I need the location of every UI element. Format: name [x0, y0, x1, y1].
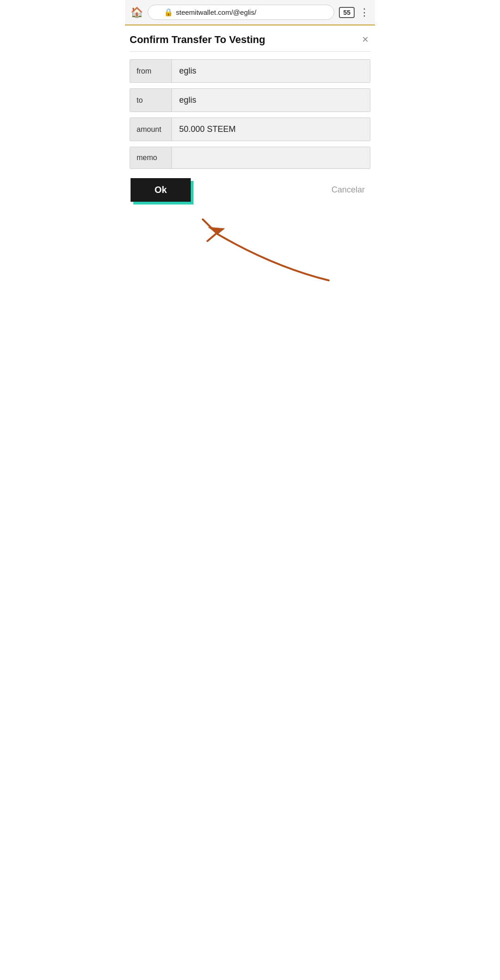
dialog-header: Confirm Transfer To Vesting ×: [130, 34, 370, 46]
browser-chrome: 🏠 🔒 steemitwallet.com/@eglis/ 55 ⋮: [125, 0, 375, 25]
bottom-space: [125, 299, 375, 530]
home-icon[interactable]: 🏠: [131, 6, 143, 19]
amount-label: amount: [130, 118, 172, 141]
page-content: Confirm Transfer To Vesting × from eglis…: [125, 25, 375, 299]
ok-button[interactable]: Ok: [131, 178, 191, 202]
dialog-title: Confirm Transfer To Vesting: [130, 34, 265, 46]
from-value: eglis: [172, 60, 370, 82]
to-label: to: [130, 89, 172, 112]
to-row: to eglis: [130, 88, 370, 112]
lock-icon: 🔒: [164, 8, 173, 17]
url-bar[interactable]: 🔒 steemitwallet.com/@eglis/: [148, 5, 334, 20]
to-value: eglis: [172, 89, 370, 112]
url-text: steemitwallet.com/@eglis/: [176, 8, 256, 16]
divider: [130, 51, 370, 52]
button-row: Ok Cancelar: [130, 178, 370, 202]
memo-label: memo: [130, 147, 172, 168]
memo-value: [172, 147, 370, 168]
ok-button-wrapper: Ok: [131, 178, 191, 202]
amount-value: 50.000 STEEM: [172, 118, 370, 141]
from-row: from eglis: [130, 59, 370, 83]
memo-row: memo: [130, 147, 370, 169]
more-options-icon[interactable]: ⋮: [359, 6, 369, 19]
arrow-svg: [130, 206, 370, 290]
from-label: from: [130, 60, 172, 82]
cancel-button[interactable]: Cancelar: [327, 180, 369, 199]
amount-row: amount 50.000 STEEM: [130, 118, 370, 141]
tab-count[interactable]: 55: [339, 7, 355, 18]
close-button[interactable]: ×: [360, 34, 370, 45]
arrow-annotation: [130, 206, 370, 290]
